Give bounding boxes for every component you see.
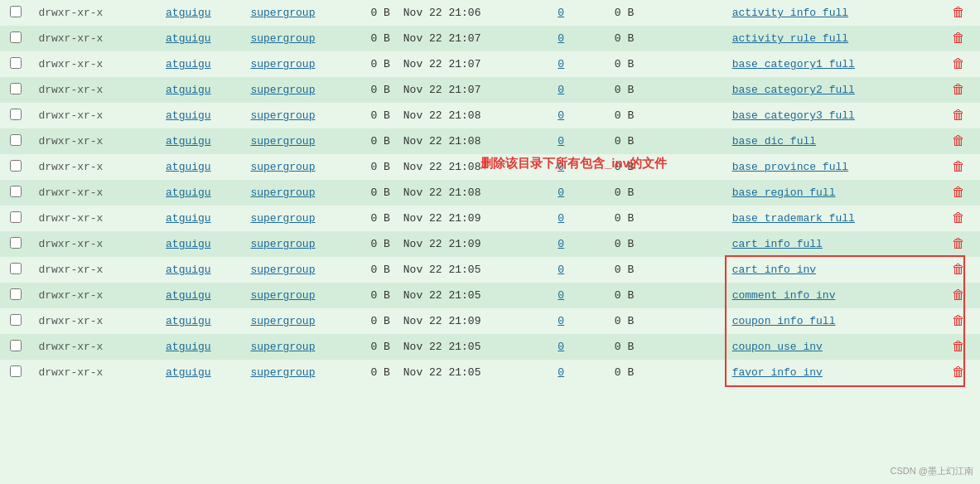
delete-icon[interactable]: 🗑 xyxy=(952,314,965,329)
group[interactable]: supergroup xyxy=(244,180,343,206)
row-checkbox[interactable] xyxy=(10,109,22,120)
delete-cell[interactable]: 🗑 xyxy=(938,103,980,128)
file-name[interactable]: base_province_full xyxy=(726,154,938,180)
group[interactable]: supergroup xyxy=(244,283,343,308)
file-name[interactable]: activity_info_full xyxy=(726,0,938,26)
owner[interactable]: atguigu xyxy=(159,26,244,51)
row-checkbox[interactable] xyxy=(10,237,22,249)
link-count[interactable]: 0 xyxy=(534,360,587,385)
delete-cell[interactable]: 🗑 xyxy=(938,334,980,360)
group[interactable]: supergroup xyxy=(244,128,343,154)
delete-cell[interactable]: 🗑 xyxy=(938,283,980,308)
group[interactable]: supergroup xyxy=(244,360,343,385)
file-name[interactable]: base_category1_full xyxy=(726,51,938,77)
link-count[interactable]: 0 xyxy=(534,103,587,128)
group[interactable]: supergroup xyxy=(244,308,343,334)
row-checkbox[interactable] xyxy=(10,365,22,377)
delete-icon[interactable]: 🗑 xyxy=(952,134,965,149)
delete-cell[interactable]: 🗑 xyxy=(938,206,980,231)
delete-icon[interactable]: 🗑 xyxy=(952,57,965,72)
row-checkbox[interactable] xyxy=(10,314,22,326)
owner[interactable]: atguigu xyxy=(159,360,244,385)
delete-icon[interactable]: 🗑 xyxy=(952,186,965,201)
delete-cell[interactable]: 🗑 xyxy=(938,0,980,26)
group[interactable]: supergroup xyxy=(244,231,343,257)
link-count[interactable]: 0 xyxy=(534,231,587,257)
file-name[interactable]: comment_info_inv xyxy=(726,283,938,308)
delete-icon[interactable]: 🗑 xyxy=(952,340,965,355)
row-checkbox[interactable] xyxy=(10,134,22,146)
delete-icon[interactable]: 🗑 xyxy=(952,263,965,278)
link-count[interactable]: 0 xyxy=(534,154,587,180)
group[interactable]: supergroup xyxy=(244,334,343,360)
file-name[interactable]: base_region_full xyxy=(726,180,938,206)
link-count[interactable]: 0 xyxy=(534,283,587,308)
owner[interactable]: atguigu xyxy=(159,334,244,360)
owner[interactable]: atguigu xyxy=(159,51,244,77)
delete-cell[interactable]: 🗑 xyxy=(938,257,980,283)
delete-cell[interactable]: 🗑 xyxy=(938,26,980,51)
group[interactable]: supergroup xyxy=(244,26,343,51)
row-checkbox[interactable] xyxy=(10,83,22,94)
owner[interactable]: atguigu xyxy=(159,180,244,206)
owner[interactable]: atguigu xyxy=(159,308,244,334)
file-name[interactable]: base_dic_full xyxy=(726,128,938,154)
delete-icon[interactable]: 🗑 xyxy=(952,288,965,303)
group[interactable]: supergroup xyxy=(244,154,343,180)
row-checkbox[interactable] xyxy=(10,340,22,351)
file-name[interactable]: coupon_info_full xyxy=(726,308,938,334)
owner[interactable]: atguigu xyxy=(159,0,244,26)
owner[interactable]: atguigu xyxy=(159,154,244,180)
group[interactable]: supergroup xyxy=(244,0,343,26)
delete-icon[interactable]: 🗑 xyxy=(952,160,965,175)
link-count[interactable]: 0 xyxy=(534,308,587,334)
row-checkbox[interactable] xyxy=(10,160,22,172)
file-name[interactable]: base_category3_full xyxy=(726,103,938,128)
group[interactable]: supergroup xyxy=(244,77,343,103)
link-count[interactable]: 0 xyxy=(534,26,587,51)
owner[interactable]: atguigu xyxy=(159,103,244,128)
delete-icon[interactable]: 🗑 xyxy=(952,365,965,380)
row-checkbox[interactable] xyxy=(10,288,22,300)
delete-cell[interactable]: 🗑 xyxy=(938,77,980,103)
link-count[interactable]: 0 xyxy=(534,128,587,154)
delete-icon[interactable]: 🗑 xyxy=(952,237,965,252)
group[interactable]: supergroup xyxy=(244,206,343,231)
file-name[interactable]: base_trademark_full xyxy=(726,206,938,231)
row-checkbox[interactable] xyxy=(10,211,22,223)
link-count[interactable]: 0 xyxy=(534,77,587,103)
row-checkbox[interactable] xyxy=(10,263,22,274)
delete-cell[interactable]: 🗑 xyxy=(938,308,980,334)
row-checkbox[interactable] xyxy=(10,186,22,197)
file-name[interactable]: coupon_use_inv xyxy=(726,334,938,360)
group[interactable]: supergroup xyxy=(244,257,343,283)
delete-cell[interactable]: 🗑 xyxy=(938,51,980,77)
link-count[interactable]: 0 xyxy=(534,257,587,283)
delete-icon[interactable]: 🗑 xyxy=(952,6,965,21)
link-count[interactable]: 0 xyxy=(534,206,587,231)
file-name[interactable]: base_category2_full xyxy=(726,77,938,103)
delete-cell[interactable]: 🗑 xyxy=(938,128,980,154)
link-count[interactable]: 0 xyxy=(534,51,587,77)
delete-icon[interactable]: 🗑 xyxy=(952,211,965,226)
delete-cell[interactable]: 🗑 xyxy=(938,231,980,257)
file-name[interactable]: cart_info_inv xyxy=(726,257,938,283)
delete-icon[interactable]: 🗑 xyxy=(952,83,965,98)
owner[interactable]: atguigu xyxy=(159,231,244,257)
link-count[interactable]: 0 xyxy=(534,180,587,206)
link-count[interactable]: 0 xyxy=(534,334,587,360)
row-checkbox[interactable] xyxy=(10,31,22,43)
group[interactable]: supergroup xyxy=(244,103,343,128)
owner[interactable]: atguigu xyxy=(159,257,244,283)
file-name[interactable]: favor_info_inv xyxy=(726,360,938,385)
row-checkbox[interactable] xyxy=(10,6,22,17)
file-name[interactable]: activity_rule_full xyxy=(726,26,938,51)
row-checkbox[interactable] xyxy=(10,57,22,69)
delete-cell[interactable]: 🗑 xyxy=(938,154,980,180)
delete-icon[interactable]: 🗑 xyxy=(952,109,965,123)
owner[interactable]: atguigu xyxy=(159,283,244,308)
delete-cell[interactable]: 🗑 xyxy=(938,360,980,385)
link-count[interactable]: 0 xyxy=(534,0,587,26)
delete-icon[interactable]: 🗑 xyxy=(952,31,965,46)
owner[interactable]: atguigu xyxy=(159,206,244,231)
